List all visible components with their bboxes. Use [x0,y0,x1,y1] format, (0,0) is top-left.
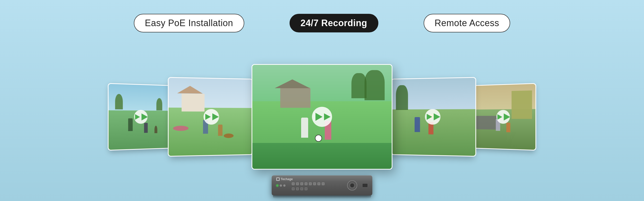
play-button-right[interactable] [425,109,440,125]
badge-remote[interactable]: Remote Access [424,14,510,32]
badges-row: Easy PoE Installation 24/7 Recording Rem… [0,14,644,32]
nvr-hdd-indicators [292,187,307,190]
video-card-far-right[interactable] [472,83,536,150]
nvr-brand-label: Techage [281,177,293,181]
nvr-hdd-3 [300,187,303,190]
nvr-ch-btn-6[interactable] [313,182,316,185]
nvr-ch-btn-3[interactable] [300,182,303,185]
nvr-nav-center [350,183,354,187]
nvr-led-gray2 [283,184,286,187]
play-button-far-right[interactable] [496,110,510,124]
cards-row [0,64,644,170]
play-button-left[interactable] [204,109,219,125]
nvr-box: Techage [272,175,372,195]
nvr-shadow [273,195,371,198]
nvr-ch-btn-5[interactable] [309,182,312,185]
nvr-hdd-1 [292,187,295,190]
nvr-hdd-4 [305,187,307,190]
video-card-far-left[interactable] [108,83,172,150]
nvr-device: Techage [272,175,372,198]
nvr-led-gray1 [280,184,282,187]
nvr-usb-port [362,183,368,187]
nvr-hdd-2 [296,187,299,190]
video-card-center[interactable] [252,64,392,170]
badge-recording[interactable]: 24/7 Recording [290,14,378,32]
page-container: Easy PoE Installation 24/7 Recording Rem… [0,0,644,201]
nvr-ch-btn-8[interactable] [322,182,325,185]
nvr-channel-buttons [292,182,325,185]
video-card-left[interactable] [168,77,253,157]
nvr-nav-ring[interactable] [347,180,357,190]
play-button-center[interactable] [312,107,332,127]
nvr-logo-icon [276,177,280,181]
nvr-ch-btn-2[interactable] [296,182,299,185]
video-card-right[interactable] [391,77,476,157]
nvr-ch-btn-4[interactable] [305,182,307,185]
badge-poe[interactable]: Easy PoE Installation [134,14,244,32]
nvr-ch-btn-1[interactable] [292,182,295,185]
play-button-far-left[interactable] [134,110,148,124]
nvr-indicators [276,184,286,187]
nvr-led-green [276,184,278,187]
nvr-ch-btn-7[interactable] [317,182,320,185]
